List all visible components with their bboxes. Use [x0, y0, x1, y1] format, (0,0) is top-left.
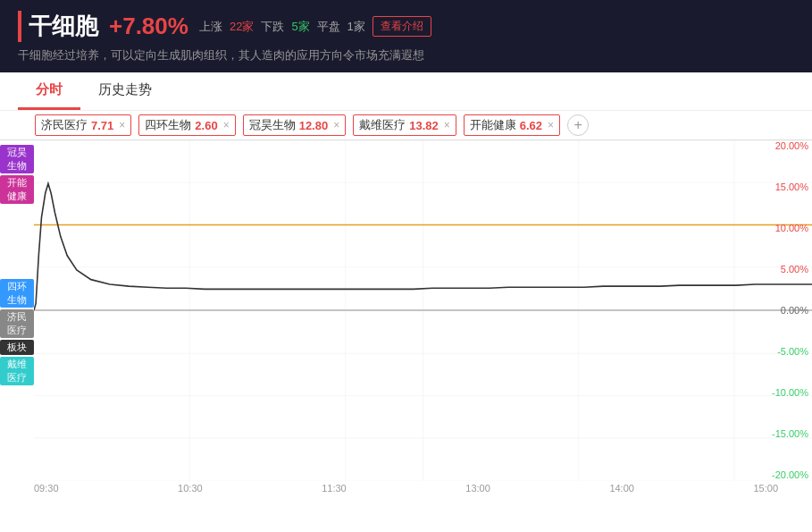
pct-10: 10.00% — [766, 224, 812, 233]
ticker-name-daiwei: 戴维医疗 — [359, 117, 406, 133]
down-label: 下跌 — [261, 19, 284, 35]
flat-count: 1家 — [347, 19, 365, 35]
pct-n15: -15.00% — [766, 429, 812, 439]
ticker-price-guanhao: 12.80 — [299, 119, 329, 132]
header: 干细胞 +7.80% 上涨 22家 下跌 5家 平盘 1家 查看介绍 干细胞经过… — [0, 0, 812, 72]
left-label-kaineng[interactable]: 开能健康 — [0, 175, 34, 204]
ticker-daiwei[interactable]: 戴维医疗 13.82 × — [353, 114, 456, 136]
header-stats: 上涨 22家 下跌 5家 平盘 1家 查看介绍 — [199, 16, 431, 37]
time-labels: 09:30 10:30 11:30 13:00 14:00 15:00 — [0, 481, 812, 494]
left-label-bankuai[interactable]: 板块 — [0, 340, 34, 355]
flat-label: 平盘 — [317, 19, 340, 35]
tabs-section: 分时 历史走势 — [0, 72, 812, 111]
ticker-sihuan[interactable]: 四环生物 2.60 × — [138, 114, 235, 136]
ticker-jimin[interactable]: 济民医疗 7.71 × — [35, 114, 131, 136]
time-0930: 09:30 — [34, 483, 59, 494]
pct-n20: -20.00% — [766, 470, 812, 480]
pct-0: 0.00% — [766, 306, 812, 316]
ticker-name-kaineng: 开能健康 — [470, 117, 516, 133]
chart-svg — [34, 140, 812, 481]
ticker-add-button[interactable]: + — [567, 114, 589, 136]
time-1500: 15:00 — [753, 483, 778, 494]
time-1300: 13:00 — [465, 483, 490, 494]
ticker-guanhao[interactable]: 冠昊生物 12.80 × — [243, 114, 347, 136]
up-label: 上涨 — [199, 19, 222, 35]
ticker-row: 济民医疗 7.71 × 四环生物 2.60 × 冠昊生物 12.80 × 戴维医… — [0, 111, 812, 140]
ticker-close-jimin[interactable]: × — [119, 119, 125, 131]
left-label-sihuan[interactable]: 四环生物 — [0, 279, 34, 308]
time-1030: 10:30 — [178, 483, 203, 494]
left-label-daiwei[interactable]: 戴维医疗 — [0, 357, 34, 385]
header-top: 干细胞 +7.80% 上涨 22家 下跌 5家 平盘 1家 查看介绍 — [18, 11, 794, 42]
left-label-guanhao[interactable]: 冠昊生物 — [0, 145, 34, 173]
ticker-price-sihuan: 2.60 — [195, 119, 217, 132]
left-label-jimin[interactable]: 济民医疗 — [0, 309, 34, 338]
down-count: 5家 — [291, 19, 309, 35]
tab-lishi[interactable]: 历史走势 — [80, 72, 170, 110]
pct-labels: 20.00% 15.00% 10.00% 5.00% 0.00% -5.00% … — [766, 140, 812, 481]
ticker-name-guanhao: 冠昊生物 — [249, 117, 296, 133]
pct-15: 15.00% — [766, 182, 812, 192]
ticker-close-guanhao[interactable]: × — [333, 119, 339, 131]
time-1130: 11:30 — [322, 483, 347, 494]
ticker-kaineng[interactable]: 开能健康 6.62 × — [464, 114, 560, 136]
sector-percentage: +7.80% — [109, 13, 188, 40]
ticker-name-jimin: 济民医疗 — [41, 117, 88, 133]
pct-n10: -10.00% — [766, 388, 812, 398]
main-content: 分时 历史走势 济民医疗 7.71 × 四环生物 2.60 × 冠昊生物 12.… — [0, 72, 812, 480]
header-description: 干细胞经过培养，可以定向生成肌肉组织，其人造肉的应用方向令市场充满遐想 — [18, 47, 794, 63]
ticker-close-kaineng[interactable]: × — [548, 119, 554, 131]
time-1400: 14:00 — [609, 483, 634, 494]
pct-5: 5.00% — [766, 265, 812, 274]
pct-n5: -5.00% — [766, 347, 812, 357]
ticker-close-sihuan[interactable]: × — [223, 119, 230, 131]
ticker-price-kaineng: 6.62 — [520, 119, 542, 132]
up-count: 22家 — [230, 19, 254, 35]
ticker-price-daiwei: 13.82 — [409, 119, 439, 132]
ticker-name-sihuan: 四环生物 — [145, 117, 191, 133]
ticker-price-jimin: 7.71 — [91, 119, 113, 132]
tab-fenshi[interactable]: 分时 — [18, 72, 80, 110]
sector-title: 干细胞 — [18, 11, 98, 42]
ticker-close-daiwei[interactable]: × — [444, 119, 450, 131]
intro-button[interactable]: 查看介绍 — [373, 16, 431, 37]
pct-20: 20.00% — [766, 141, 812, 151]
